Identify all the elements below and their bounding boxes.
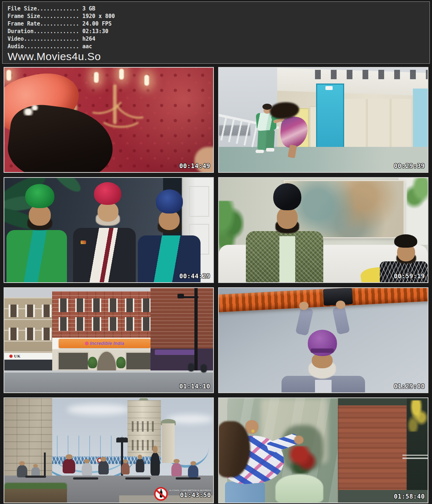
info-label: Frame Size [8, 13, 40, 19]
man-shoe [256, 150, 264, 153]
info-line-frame-rate: Frame Rate............ 24.00 FPS [8, 20, 424, 28]
house-plant [219, 201, 244, 251]
red-flowers [288, 446, 317, 473]
shop-logo-dot [9, 355, 13, 358]
seated-person [188, 465, 198, 478]
pale-green-shirt [279, 236, 295, 282]
info-value: aac [82, 43, 92, 50]
info-line-file-size: File Size............. 3 GB [8, 5, 424, 13]
info-line-duration: Duration.............. 02:13:30 [8, 28, 424, 35]
man-legs [257, 129, 275, 150]
abstract-painting [284, 180, 405, 239]
candle-glow [94, 72, 99, 83]
cafe-table [25, 476, 46, 478]
hand [299, 302, 309, 310]
timestamp: 01:58:40 [394, 493, 425, 500]
lamp-head [177, 294, 184, 298]
window-rail [402, 458, 428, 459]
screenshot-tile-2: 00:29:39 [218, 67, 428, 173]
dot-leader: ................. [24, 36, 79, 42]
face [277, 207, 298, 229]
standing-waiter [150, 453, 160, 476]
window-rail [402, 455, 428, 456]
media-info-panel: File Size............. 3 GB Frame Size..… [2, 1, 430, 64]
door-number-plate [325, 86, 333, 90]
window-band [9, 305, 57, 317]
dot-leader: ............ [40, 13, 79, 19]
warning-text-block: ALCOHOL CONSUMPTION IS INJURIOUS TO HEAL… [169, 489, 211, 499]
corner-sign-text: UK [14, 354, 21, 358]
seated-person [63, 459, 75, 473]
candle-glow [144, 75, 149, 86]
shop-window [58, 352, 89, 370]
window-row [315, 70, 428, 79]
info-value: h264 [82, 36, 95, 42]
green-jacket [6, 230, 67, 282]
scene-living-room [219, 178, 428, 282]
tower-windows [132, 421, 157, 432]
timestamp: 01:43:50 [180, 491, 211, 499]
shop-sign-text: Incredible India [90, 341, 124, 346]
info-value: 24.00 FPS [82, 21, 112, 27]
pedestrian [188, 363, 194, 372]
hand [294, 436, 303, 444]
turban-band [311, 348, 334, 353]
timestamp: 00:44:29 [179, 273, 210, 280]
screenshot-tile-1: 00:14:49 [4, 67, 214, 173]
man-shoe [266, 148, 274, 151]
lamp-heads [116, 437, 128, 443]
scene-flower-throw [219, 398, 428, 503]
shirt [315, 380, 332, 392]
topiary-tree [88, 357, 97, 368]
window-band [59, 298, 150, 312]
pale-green-planter [275, 474, 323, 503]
screenshot-tile-6: 01:29:00 [218, 287, 428, 393]
interior-lights [407, 400, 428, 432]
cafe-table [125, 477, 150, 480]
screenshot-tile-3: 00:44:29 [4, 177, 214, 283]
screenshot-tile-4: 00:59:19 [218, 177, 428, 283]
face [29, 205, 51, 226]
scene-pipe-hang [219, 288, 428, 392]
info-value: 02:13:30 [82, 28, 108, 35]
dark-green-band [338, 398, 407, 405]
lamp-post [194, 288, 198, 370]
info-value: 1920 x 800 [82, 13, 115, 19]
scene-three-men [4, 178, 213, 282]
window-band [9, 328, 57, 340]
white-flower [30, 105, 40, 111]
topiary-tree [116, 357, 126, 368]
curb [4, 370, 213, 373]
cafe-table [73, 477, 98, 480]
chandelier-arm [98, 103, 144, 128]
candle-glow [119, 69, 124, 80]
seated-person [136, 459, 144, 472]
info-label: Audio [8, 43, 24, 50]
flower-logo [85, 342, 89, 345]
pedestrian [201, 364, 207, 373]
right-shop-sign [155, 350, 197, 355]
info-label: Video [8, 36, 24, 42]
hand [336, 301, 345, 309]
screenshot-tile-8: 01:58:40 [218, 397, 428, 503]
wooden-planter [4, 489, 67, 503]
screenshot-tile-5: UK Incredible India [4, 287, 214, 393]
timestamp: 00:29:39 [394, 162, 425, 170]
gold-earring [251, 429, 255, 433]
navy-turban [156, 189, 183, 213]
site-watermark: Www.Movies4u.So [8, 50, 424, 63]
green-turban [25, 184, 54, 208]
info-label: File Size [8, 5, 37, 12]
black-hair [394, 234, 417, 248]
dot-leader: ............. [37, 5, 79, 12]
timestamp: 00:14:49 [179, 162, 210, 170]
incredible-india-sign: Incredible India [59, 339, 150, 348]
info-line-audio: Audio................. aac [8, 43, 424, 50]
motion-blurred-brick-pillar [338, 398, 407, 503]
info-value: 3 GB [82, 5, 95, 12]
screenshot-tile-7: ALCOHOL CONSUMPTION IS INJURIOUS TO HEAL… [4, 397, 214, 503]
info-line-frame-size: Frame Size............ 1920 x 800 [8, 13, 424, 20]
window-band [59, 317, 150, 331]
jeans [225, 482, 265, 503]
seated-person [82, 463, 92, 476]
